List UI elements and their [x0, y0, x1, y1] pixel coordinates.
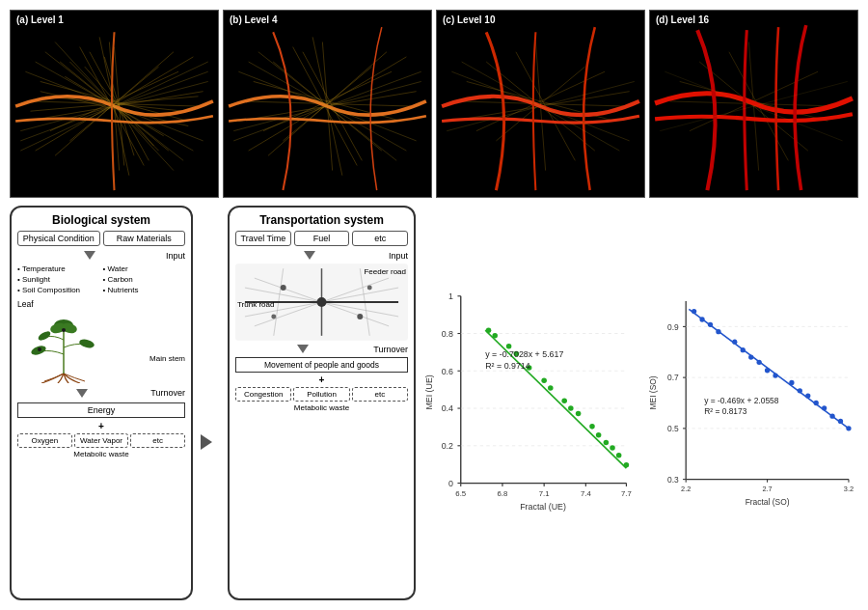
chart2-container: 0.3 0.5 0.7 0.9 [645, 206, 859, 600]
trunk-label: Trunk road [237, 300, 274, 309]
svg-text:3.2: 3.2 [843, 485, 853, 493]
svg-point-166 [699, 317, 704, 321]
svg-point-165 [691, 309, 695, 314]
leaf-label: Leaf [17, 299, 148, 309]
transport-outputs-row: Congestion Pollution etc [235, 387, 408, 402]
transport-input1: Travel Time [235, 231, 291, 246]
svg-rect-142 [686, 301, 849, 480]
level1-panel: (a) Level 1 [10, 10, 219, 198]
movement-box: Movement of people and goods [235, 357, 408, 373]
bio-bullet4: • Water [103, 263, 186, 274]
level16-panel: (d) Level 16 [649, 10, 858, 198]
svg-point-135 [596, 432, 602, 438]
bio-output2: Water Vapor [74, 433, 129, 448]
svg-text:1: 1 [448, 291, 453, 301]
svg-point-138 [616, 453, 622, 458]
svg-text:0.7: 0.7 [667, 373, 679, 382]
transport-title: Transportation system [235, 213, 408, 227]
svg-text:0.2: 0.2 [442, 441, 453, 451]
bio-title: Biological system [17, 213, 185, 227]
bio-turnover-row: Turnover [17, 387, 185, 400]
svg-point-173 [764, 368, 769, 373]
bio-turnover-arrow [76, 389, 88, 398]
svg-text:6.5: 6.5 [455, 489, 466, 498]
chart2-svg: 0.3 0.5 0.7 0.9 [645, 206, 859, 600]
svg-text:0.5: 0.5 [667, 424, 679, 433]
bio-input-arrow-icon [84, 251, 95, 260]
bottom-section: Biological system Physical Condition Raw… [10, 206, 858, 600]
bio-input-arrow: Input [17, 249, 185, 262]
svg-point-90 [271, 314, 276, 319]
transport-metabolic: Metabolic waste [235, 403, 408, 412]
svg-point-87 [317, 297, 327, 307]
svg-text:0: 0 [448, 479, 453, 488]
feeder-label: Feeder road [364, 267, 406, 276]
chart1-svg: 0 0.2 0.4 0.6 0.8 1 [423, 206, 637, 600]
svg-point-124 [486, 327, 492, 333]
svg-point-177 [805, 393, 810, 398]
svg-point-88 [281, 285, 286, 291]
bio-outputs-row: Oxygen Water Vapor etc [17, 433, 185, 448]
svg-text:R² = 0.9714: R² = 0.9714 [485, 361, 530, 371]
level10-label: (c) Level 10 [443, 14, 495, 25]
svg-text:y = -0.469x + 2.0558: y = -0.469x + 2.0558 [704, 396, 779, 405]
svg-point-132 [568, 405, 574, 411]
svg-point-170 [740, 347, 745, 352]
svg-text:0.6: 0.6 [442, 367, 453, 376]
svg-point-139 [624, 462, 630, 468]
transport-output2: Pollution [293, 387, 349, 402]
main-container: (a) Level 1 [0, 0, 868, 610]
svg-point-178 [813, 401, 818, 405]
transport-plus: + [235, 374, 408, 385]
level4-panel: (b) Level 4 [223, 10, 432, 198]
svg-text:MEI (SO): MEI (SO) [647, 375, 657, 409]
level16-label: (d) Level 16 [656, 14, 709, 25]
svg-text:0.4: 0.4 [442, 403, 453, 413]
svg-text:6.8: 6.8 [498, 489, 508, 498]
bio-turnover-label: Turnover [150, 388, 185, 398]
main-stem-label: Main stem [149, 320, 185, 363]
arrow-right-icon [201, 434, 212, 450]
svg-rect-92 [461, 296, 627, 484]
bio-bullet5: • Carbon [103, 274, 186, 285]
transport-output3: etc [352, 387, 408, 402]
svg-point-176 [797, 388, 801, 393]
svg-text:0.3: 0.3 [667, 475, 679, 485]
svg-point-182 [846, 426, 851, 430]
svg-text:y = -0.7028x + 5.617: y = -0.7028x + 5.617 [485, 349, 563, 359]
transport-system-box: Transportation system Travel Time Fuel e… [228, 206, 416, 600]
svg-text:Fractal (UE): Fractal (UE) [520, 502, 566, 512]
svg-point-74 [38, 347, 41, 351]
svg-point-134 [589, 424, 595, 430]
bio-bullet1: • Temperature [17, 263, 100, 274]
svg-point-169 [732, 340, 737, 345]
transport-turnover-arrow [297, 345, 309, 353]
svg-text:R² = 0.8173: R² = 0.8173 [704, 406, 747, 416]
svg-text:0.9: 0.9 [667, 322, 679, 332]
transport-input2: Fuel [294, 231, 350, 246]
svg-point-89 [357, 314, 363, 319]
plant-illustration [17, 311, 109, 383]
svg-point-180 [829, 414, 834, 419]
svg-point-125 [492, 333, 498, 339]
svg-point-179 [822, 405, 827, 410]
top-section: (a) Level 1 [10, 10, 858, 198]
svg-point-91 [367, 286, 372, 291]
svg-point-133 [576, 411, 582, 417]
svg-point-137 [610, 445, 615, 451]
bio-bullet2: • Sunlight [17, 274, 100, 285]
svg-text:2.7: 2.7 [762, 485, 772, 493]
svg-text:0.8: 0.8 [442, 329, 453, 339]
transport-input-arrow-icon [304, 251, 315, 260]
bio-bullet6: • Nutrients [103, 285, 186, 295]
bio-output1: Oxygen [17, 433, 72, 448]
svg-point-172 [756, 360, 761, 365]
bio-inputs-row: Physical Condition Raw Materials [17, 231, 185, 246]
svg-point-174 [773, 373, 777, 377]
transport-inputs-row: Travel Time Fuel etc [235, 231, 408, 246]
svg-point-126 [506, 344, 512, 349]
svg-point-171 [748, 354, 753, 359]
transport-input-label: Input [389, 251, 408, 261]
svg-point-129 [541, 377, 547, 383]
transport-output1: Congestion [235, 387, 291, 402]
